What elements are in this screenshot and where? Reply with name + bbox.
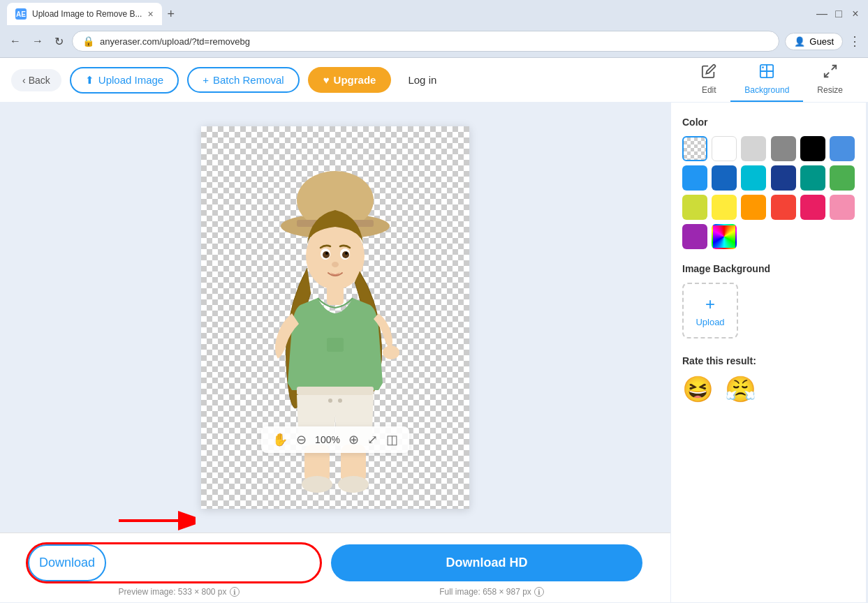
full-info: Full image: 658 × 987 px ℹ xyxy=(341,587,642,597)
info-row: Preview image: 533 × 800 px ℹ Full image… xyxy=(28,587,642,597)
new-tab-button[interactable]: + xyxy=(168,7,175,22)
image-bg-title: Image Background xyxy=(682,263,855,274)
color-section-title: Color xyxy=(682,117,855,128)
rate-section: Rate this result: 😆 😤 xyxy=(682,355,855,404)
color-swatch-cyan[interactable] xyxy=(741,165,766,191)
edit-icon xyxy=(701,64,716,82)
color-swatch-blue-light[interactable] xyxy=(830,136,855,161)
tab-close-icon[interactable]: × xyxy=(147,8,153,20)
profile-label: Guest xyxy=(809,36,834,47)
browser-tab[interactable]: AE Upload Image to Remove B... × xyxy=(7,3,162,25)
address-text: anyeraser.com/upload/?td=removebg xyxy=(100,36,769,47)
color-swatch-black[interactable] xyxy=(800,136,825,161)
login-button[interactable]: Log in xyxy=(399,68,445,91)
preview-info: Preview image: 533 × 800 px ℹ xyxy=(28,587,330,597)
tool-tabs: Edit Background Resize xyxy=(687,58,857,102)
close-button[interactable]: × xyxy=(850,8,861,20)
tab-edit-label: Edit xyxy=(702,85,716,95)
tab-title: Upload Image to Remove B... xyxy=(32,9,142,19)
canvas-area: ✋ ⊖ 100% ⊕ ⤢ ◫ xyxy=(0,103,670,533)
color-swatch-gradient[interactable] xyxy=(712,224,737,249)
zoom-in-icon[interactable]: ⊕ xyxy=(348,432,359,447)
svg-point-17 xyxy=(338,476,369,493)
full-info-icon: ℹ xyxy=(534,587,544,597)
refresh-button[interactable]: ↻ xyxy=(52,32,66,51)
tab-favicon: AE xyxy=(15,8,27,20)
color-swatch-purple[interactable] xyxy=(682,224,707,249)
minimize-button[interactable]: — xyxy=(816,8,827,20)
browser-menu-button[interactable]: ⋮ xyxy=(848,34,861,49)
tab-resize[interactable]: Resize xyxy=(803,58,857,102)
rate-title: Rate this result: xyxy=(682,355,855,366)
profile-button[interactable]: 👤 Guest xyxy=(785,33,843,50)
color-grid xyxy=(682,136,855,249)
heart-icon: ♥ xyxy=(323,74,330,86)
background-icon xyxy=(759,64,774,82)
color-swatch-blue2[interactable] xyxy=(712,165,737,191)
svg-point-23 xyxy=(345,252,348,255)
download-btn-wrapper: Download xyxy=(28,544,320,581)
color-swatch-green[interactable] xyxy=(830,165,855,191)
maximize-button[interactable]: □ xyxy=(833,8,844,20)
upload-background-button[interactable]: + Upload xyxy=(682,283,738,338)
forward-nav-button[interactable]: → xyxy=(29,32,46,50)
angry-emoji-button[interactable]: 😤 xyxy=(725,375,756,404)
download-hd-button[interactable]: Download HD xyxy=(331,544,642,581)
happy-emoji-button[interactable]: 😆 xyxy=(682,375,714,404)
upload-icon: ⬆ xyxy=(85,74,94,87)
color-swatch-pink-red[interactable] xyxy=(800,195,825,220)
download-button[interactable]: Download xyxy=(28,544,106,581)
svg-rect-11 xyxy=(297,387,374,395)
svg-line-3 xyxy=(824,73,828,77)
svg-point-22 xyxy=(325,252,328,255)
batch-removal-button[interactable]: + Batch Removal xyxy=(187,67,299,93)
svg-point-13 xyxy=(338,399,342,403)
pan-tool-icon[interactable]: ✋ xyxy=(272,432,288,447)
color-swatch-lime[interactable] xyxy=(682,195,707,220)
tab-background-label: Background xyxy=(744,85,789,95)
color-swatch-pink[interactable] xyxy=(830,195,855,220)
fullscreen-icon[interactable]: ⤢ xyxy=(367,432,378,447)
back-nav-button[interactable]: ← xyxy=(7,32,24,50)
image-bg-section: Image Background + Upload xyxy=(682,263,855,338)
color-swatch-white[interactable] xyxy=(712,136,737,161)
upload-bg-label: Upload xyxy=(696,317,724,327)
plus-icon: + xyxy=(203,74,209,86)
upgrade-button[interactable]: ♥ Upgrade xyxy=(308,67,392,93)
color-swatch-blue[interactable] xyxy=(682,165,707,191)
svg-rect-8 xyxy=(327,284,344,305)
upload-image-button[interactable]: ⬆ Upload Image xyxy=(70,67,179,94)
window-controls: — □ × xyxy=(816,8,861,20)
browser-titlebar: AE Upload Image to Remove B... × + — □ × xyxy=(0,0,868,28)
color-swatch-transparent[interactable] xyxy=(682,136,707,161)
svg-point-16 xyxy=(302,476,332,493)
profile-icon: 👤 xyxy=(794,36,805,47)
upload-label: Upload Image xyxy=(98,74,163,86)
color-swatch-orange[interactable] xyxy=(741,195,766,220)
main-layout: ✋ ⊖ 100% ⊕ ⤢ ◫ Download Download HD xyxy=(0,103,868,602)
plus-icon: + xyxy=(705,295,715,314)
preview-info-icon: ℹ xyxy=(230,587,240,597)
zoom-out-icon[interactable]: ⊖ xyxy=(296,432,307,447)
tab-resize-label: Resize xyxy=(817,85,843,95)
color-swatch-teal[interactable] xyxy=(800,165,825,191)
subject-image xyxy=(237,160,433,509)
color-swatch-navy[interactable] xyxy=(771,165,796,191)
color-swatch-red[interactable] xyxy=(771,195,796,220)
back-button[interactable]: ‹ Back xyxy=(11,69,61,91)
color-swatch-lightgray[interactable] xyxy=(741,136,766,161)
upgrade-label: Upgrade xyxy=(334,74,376,86)
tab-edit[interactable]: Edit xyxy=(687,58,730,102)
address-bar[interactable]: 🔒 anyeraser.com/upload/?td=removebg xyxy=(72,31,779,52)
color-swatch-gray[interactable] xyxy=(771,136,796,161)
svg-point-12 xyxy=(328,399,332,403)
canvas-wrapper: ✋ ⊖ 100% ⊕ ⤢ ◫ Download Download HD xyxy=(0,103,670,602)
browser-addressbar: ← → ↻ 🔒 anyeraser.com/upload/?td=removeb… xyxy=(0,28,868,57)
tab-strip: AE Upload Image to Remove B... × + xyxy=(7,3,812,25)
browser-chrome: AE Upload Image to Remove B... × + — □ ×… xyxy=(0,0,868,58)
zoom-level: 100% xyxy=(315,434,340,445)
tab-background[interactable]: Background xyxy=(730,58,803,102)
color-swatch-yellow[interactable] xyxy=(712,195,737,220)
compare-icon[interactable]: ◫ xyxy=(386,432,398,447)
svg-rect-10 xyxy=(327,338,344,352)
